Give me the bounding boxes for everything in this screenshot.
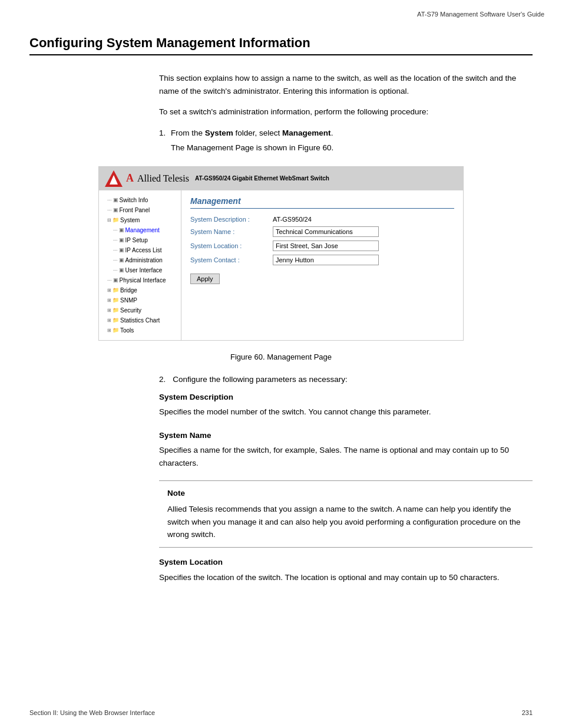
- nav-label-user-interface: User Interface: [125, 265, 163, 275]
- label-system-description: System Description :: [190, 216, 273, 223]
- step2-number: 2.: [159, 373, 166, 386]
- input-system-name[interactable]: [273, 226, 379, 237]
- nav-label-switch-info: Switch Info: [120, 195, 148, 205]
- expand-icon-system: ⊟: [107, 216, 111, 225]
- step2-text: Configure the following parameters as ne…: [173, 373, 347, 386]
- apply-button[interactable]: Apply: [190, 274, 220, 284]
- nav-ip-access[interactable]: ··· ▣ IP Access List: [101, 245, 178, 255]
- nav-label-bridge: Bridge: [120, 285, 137, 295]
- step-1: 1. From the System folder, select Manage…: [159, 127, 533, 154]
- folder-icon-snmp: 📁: [113, 296, 119, 305]
- nav-ip-setup[interactable]: ··· ▣ IP Setup: [101, 235, 178, 245]
- nav-tools[interactable]: ⊞ 📁 Tools: [101, 325, 178, 335]
- management-title: Management: [190, 196, 454, 209]
- main-panel: Management System Description : AT-GS950…: [181, 190, 463, 340]
- page-icon-7: ▣: [119, 266, 124, 275]
- intro-para2: To set a switch's administration informa…: [159, 106, 533, 118]
- logo-allied: Allied Telesis: [137, 173, 189, 184]
- nav-user-interface[interactable]: ··· ▣ User Interface: [101, 265, 178, 275]
- note-title: Note: [167, 487, 524, 500]
- nav-label-administration: Administration: [125, 255, 163, 265]
- page-footer: Section II: Using the Web Browser Interf…: [29, 709, 533, 716]
- step2-header: 2. Configure the following parameters as…: [159, 373, 533, 386]
- logo-icon: [105, 170, 123, 187]
- page-icon-8: ▣: [113, 276, 118, 285]
- param-title-description: System Description: [159, 391, 533, 404]
- dots-icon-8: ···: [107, 276, 112, 285]
- nav-tree: ··· ▣ Switch Info ··· ▣ Front Panel ⊟ 📁 …: [99, 190, 181, 340]
- expand-icon-statistics: ⊞: [107, 317, 111, 325]
- param-desc-description: Specifies the model number of the switch…: [159, 406, 533, 419]
- logo-subtitle: AT-GS950/24 Gigabit Ethernet WebSmart Sw…: [195, 175, 329, 182]
- param-title-name: System Name: [159, 429, 533, 442]
- dots-icon-6: ···: [113, 256, 118, 265]
- nav-label-management: Management: [125, 225, 160, 235]
- expand-icon-security: ⊞: [107, 307, 111, 315]
- input-system-location[interactable]: [273, 241, 379, 251]
- switch-ui-header: A Allied Telesis AT-GS950/24 Gigabit Eth…: [99, 167, 463, 190]
- form-row-name: System Name :: [190, 226, 454, 237]
- form-row-description: System Description : AT-GS950/24: [190, 216, 454, 223]
- logo-text: A: [126, 172, 134, 185]
- switch-ui-body: ··· ▣ Switch Info ··· ▣ Front Panel ⊟ 📁 …: [99, 190, 463, 340]
- dots-icon-3: ···: [113, 226, 118, 235]
- folder-icon-tools: 📁: [113, 326, 119, 335]
- nav-front-panel[interactable]: ··· ▣ Front Panel: [101, 205, 178, 215]
- page-icon-5: ▣: [119, 246, 124, 255]
- input-system-contact[interactable]: [273, 255, 379, 265]
- param-desc-location: Specifies the location of the switch. Th…: [159, 571, 533, 584]
- nav-statistics[interactable]: ⊞ 📁 Statistics Chart: [101, 315, 178, 325]
- nav-physical[interactable]: ··· ▣ Physical Interface: [101, 275, 178, 285]
- dots-icon-5: ···: [113, 246, 118, 255]
- note-box: Note Allied Telesis recommends that you …: [159, 480, 533, 548]
- nav-snmp[interactable]: ⊞ 📁 SNMP: [101, 295, 178, 305]
- page-icon-6: ▣: [119, 256, 124, 265]
- folder-icon-bridge: 📁: [113, 286, 119, 295]
- step2-content: 2. Configure the following parameters as…: [159, 373, 533, 584]
- nav-label-snmp: SNMP: [120, 295, 137, 305]
- figure-caption: Figure 60. Management Page: [29, 353, 533, 361]
- intro-para1: This section explains how to assign a na…: [159, 72, 533, 97]
- label-system-location: System Location :: [190, 242, 273, 249]
- step-1-subtext: The Management Page is shown in Figure 6…: [171, 141, 533, 154]
- dots-icon-7: ···: [113, 266, 118, 275]
- param-system-name: System Name Specifies a name for the swi…: [159, 429, 533, 470]
- step-1-number: 1.: [159, 127, 166, 140]
- folder-icon-security: 📁: [113, 306, 119, 315]
- nav-label-tools: Tools: [120, 325, 134, 335]
- label-system-name: System Name :: [190, 228, 273, 235]
- folder-icon-system: 📁: [113, 216, 119, 225]
- nav-bridge[interactable]: ⊞ 📁 Bridge: [101, 285, 178, 295]
- page-icon-1: ▣: [113, 196, 118, 205]
- nav-label-front-panel: Front Panel: [120, 205, 150, 215]
- expand-icon-tools: ⊞: [107, 327, 111, 335]
- step-1-text: From the System folder, select Managemen…: [171, 129, 333, 137]
- nav-switch-info[interactable]: ··· ▣ Switch Info: [101, 195, 178, 205]
- nav-system[interactable]: ⊟ 📁 System: [101, 215, 178, 225]
- folder-icon-statistics: 📁: [113, 316, 119, 325]
- switch-ui-screenshot: A Allied Telesis AT-GS950/24 Gigabit Eth…: [98, 166, 464, 341]
- nav-label-physical: Physical Interface: [120, 275, 166, 285]
- value-system-description: AT-GS950/24: [273, 216, 312, 223]
- page-icon-2: ▣: [113, 206, 118, 215]
- nav-security[interactable]: ⊞ 📁 Security: [101, 305, 178, 315]
- form-row-location: System Location :: [190, 241, 454, 251]
- dots-icon: ···: [107, 196, 112, 205]
- param-desc-name: Specifies a name for the switch, for exa…: [159, 444, 533, 469]
- nav-label-ip-setup: IP Setup: [125, 235, 148, 245]
- nav-administration[interactable]: ··· ▣ Administration: [101, 255, 178, 265]
- page-icon-3: ▣: [119, 226, 124, 235]
- intro-section: This section explains how to assign a na…: [159, 72, 533, 154]
- footer-right: 231: [522, 709, 533, 716]
- param-title-location: System Location: [159, 556, 533, 569]
- param-system-location: System Location Specifies the location o…: [159, 556, 533, 584]
- footer-left: Section II: Using the Web Browser Interf…: [29, 709, 155, 716]
- step-list: 1. From the System folder, select Manage…: [159, 127, 533, 154]
- param-system-description: System Description Specifies the model n…: [159, 391, 533, 419]
- allied-logo: A Allied Telesis: [105, 170, 189, 187]
- page-header: AT-S79 Management Software User's Guide: [417, 11, 544, 18]
- nav-management[interactable]: ··· ▣ Management: [101, 225, 178, 235]
- nav-label-statistics: Statistics Chart: [120, 315, 160, 325]
- nav-label-security: Security: [120, 305, 141, 315]
- expand-icon-bridge: ⊞: [107, 286, 111, 295]
